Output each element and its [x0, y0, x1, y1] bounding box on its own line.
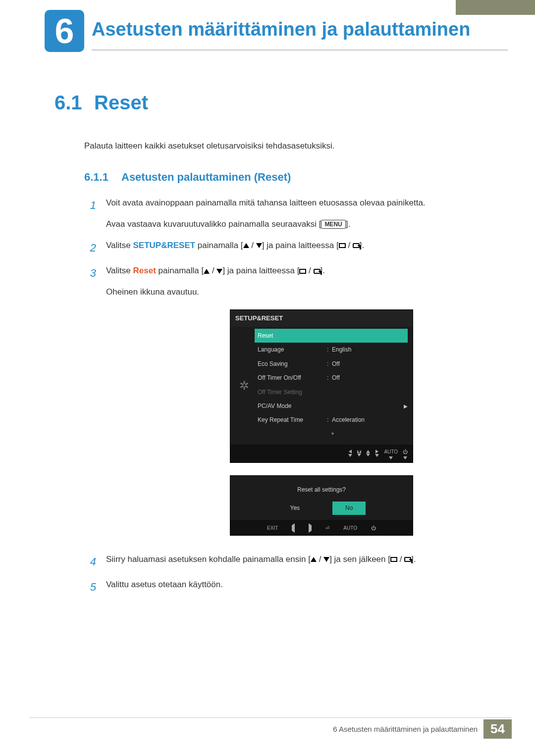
confirm-yes-button[interactable]: Yes: [277, 502, 313, 514]
nav-right-icon[interactable]: [375, 450, 379, 457]
osd-label: Language: [258, 345, 327, 354]
osd-row-pcav[interactable]: PC/AV Mode▶: [258, 399, 408, 413]
footer-chapter-label: 6 Asetusten määrittäminen ja palauttamin…: [333, 725, 478, 733]
nav-power-icon[interactable]: ⏻: [403, 448, 408, 459]
step-number: 4: [84, 553, 96, 571]
osd-label: Off Timer On/Off: [258, 373, 327, 383]
gear-icon: ✲: [230, 327, 258, 445]
step-4: 4 Siirry haluamasi asetuksen kohdalle pa…: [84, 553, 500, 571]
osd-label: Eco Saving: [258, 359, 327, 369]
setup-reset-label: SETUP&RESET: [133, 241, 196, 250]
step-3-mid: painamalla [: [156, 266, 204, 275]
osd-title: SETUP&RESET: [230, 310, 413, 327]
step-4-pre: Siirry haluamasi asetuksen kohdalle pain…: [106, 554, 311, 564]
subsection-number: 6.1.1: [84, 171, 121, 184]
step-1-line2b: ].: [346, 219, 350, 229]
down-arrow-icon: [323, 557, 329, 562]
step-4-mid: ] ja sen jälkeen [: [329, 554, 390, 564]
osd-row-offtimer-setting: Off Timer Setting: [258, 385, 408, 399]
section-heading: 6.1Reset: [54, 92, 500, 114]
osd-scroll-down-icon: ▾: [258, 427, 408, 440]
osd2-nav-bar: EXIT ⏎ AUTO ⏻: [230, 520, 413, 535]
enter-icon: [404, 557, 411, 562]
page-number: 54: [483, 719, 512, 739]
confirm-no-button[interactable]: No: [332, 502, 366, 514]
osd-value: Acceleration: [332, 415, 408, 425]
step-2-pre: Valitse: [106, 241, 133, 250]
osd-value: English: [332, 345, 408, 354]
header-stripe: [456, 0, 535, 15]
up-arrow-icon: [311, 557, 317, 562]
osd-label: Reset: [258, 331, 327, 341]
down-arrow-icon: [256, 243, 262, 248]
enter-icon: [314, 269, 321, 274]
osd-label: Off Timer Setting: [258, 387, 327, 397]
step-3: 3 Valitse Reset painamalla [ / ] ja pain…: [84, 264, 500, 545]
submenu-arrow-icon: ▶: [404, 402, 408, 410]
source-icon: [339, 243, 346, 248]
step-5-text: Valittu asetus otetaan käyttöön.: [106, 578, 500, 592]
step-1-line1: Voit avata avainoppaan painamalla mitä t…: [106, 196, 500, 210]
up-arrow-icon: [243, 243, 249, 248]
down-arrow-icon: [216, 269, 222, 274]
nav-up-icon[interactable]: [366, 450, 370, 456]
nav-auto-label[interactable]: AUTO: [343, 524, 357, 532]
nav-auto-label[interactable]: AUTO: [384, 448, 398, 459]
confirm-question: Reset all settings?: [235, 485, 408, 495]
osd-row-eco[interactable]: Eco Saving:Off: [258, 357, 408, 371]
step-5: 5 Valittu asetus otetaan käyttöön.: [84, 578, 500, 596]
osd-row-language[interactable]: Language:English: [258, 343, 408, 356]
step-1: 1 Voit avata avainoppaan painamalla mitä…: [84, 196, 500, 232]
osd-row-reset[interactable]: Reset: [255, 329, 408, 343]
osd-nav-bar: AUTO ⏻: [230, 445, 413, 462]
section-title: Reset: [94, 92, 148, 113]
osd-row-offtimer-onoff[interactable]: Off Timer On/Off:Off: [258, 371, 408, 385]
step-3-mid2: ] ja paina laitteessa [: [222, 266, 299, 275]
step-1-line2a: Avaa vastaava kuvaruutuvalikko painamall…: [106, 219, 321, 229]
step-number: 1: [84, 196, 96, 214]
osd-confirm-dialog: Reset all settings? Yes No EXIT ⏎ AUTO: [230, 475, 413, 536]
section-number: 6.1: [54, 92, 94, 114]
osd-label: Key Repeat Time: [258, 415, 327, 425]
nav-enter-icon[interactable]: ⏎: [325, 524, 329, 532]
step-2-mid2: ] ja paina laitteessa [: [262, 241, 339, 250]
subsection-heading: 6.1.1Asetusten palauttaminen (Reset): [84, 171, 500, 184]
menu-button-icon: MENU: [321, 220, 345, 229]
nav-left-icon[interactable]: [348, 450, 352, 457]
footer-rule: [30, 717, 512, 718]
source-icon: [390, 557, 397, 562]
chapter-title: Asetusten määrittäminen ja palauttaminen: [92, 19, 470, 40]
reset-label: Reset: [133, 266, 156, 275]
osd-label: PC/AV Mode: [258, 401, 327, 411]
nav-right-icon[interactable]: [309, 524, 312, 532]
up-arrow-icon: [204, 269, 210, 274]
osd-menu: SETUP&RESET ✲ Reset Language:English Eco…: [230, 309, 413, 463]
nav-down-icon[interactable]: [357, 450, 361, 456]
step-number: 5: [84, 578, 96, 596]
osd-value: Off: [332, 373, 408, 383]
subsection-title: Asetusten palauttaminen (Reset): [121, 171, 291, 183]
osd-value: Off: [332, 359, 408, 369]
header-rule: [92, 50, 508, 50]
chapter-number-badge: 6: [45, 10, 84, 52]
source-icon: [299, 269, 306, 274]
nav-power-icon[interactable]: ⏻: [371, 524, 376, 532]
enter-icon: [353, 243, 360, 248]
step-number: 3: [84, 264, 96, 282]
nav-exit-label[interactable]: EXIT: [267, 524, 278, 532]
osd-row-keyrepeat[interactable]: Key Repeat Time:Acceleration: [258, 413, 408, 427]
step-2-mid: painamalla [: [195, 241, 243, 250]
section-intro: Palauta laitteen kaikki asetukset oletus…: [84, 141, 500, 151]
nav-auto-text: AUTO: [384, 448, 398, 456]
step-number: 2: [84, 239, 96, 257]
step-2: 2 Valitse SETUP&RESET painamalla [ / ] j…: [84, 239, 500, 257]
nav-left-icon[interactable]: [292, 524, 295, 532]
step-3-line2: Oheinen ikkuna avautuu.: [106, 285, 500, 300]
step-3-pre: Valitse: [106, 266, 133, 275]
